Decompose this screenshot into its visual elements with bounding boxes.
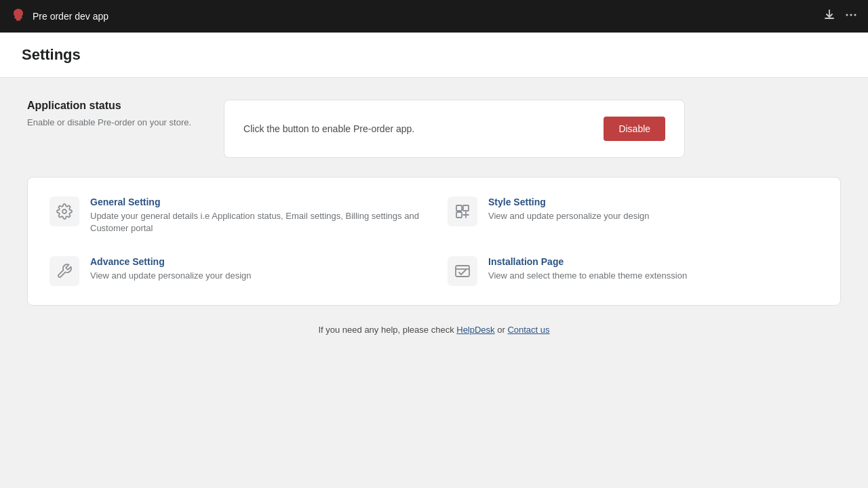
app-status-section: Application status Enable or disable Pre… [27, 100, 841, 158]
settings-grid: General Setting Update your general deta… [50, 197, 818, 286]
disable-button[interactable]: Disable [604, 117, 665, 141]
style-icon [448, 197, 477, 226]
svg-rect-7 [456, 212, 462, 218]
topbar-app-title: Pre order dev app [33, 11, 108, 22]
wrench-icon [50, 256, 79, 286]
footer-or: or [495, 325, 508, 335]
advance-setting-item[interactable]: Advance Setting View and update personal… [50, 256, 420, 286]
general-setting-text: General Setting Update your general deta… [90, 197, 420, 235]
app-logo-icon [11, 7, 26, 26]
installation-page-item[interactable]: Installation Page View and select theme … [448, 256, 818, 286]
footer-text: If you need any help, please check [318, 325, 456, 335]
general-setting-desc: Update your general details i.e Applicat… [90, 210, 420, 235]
svg-rect-5 [456, 205, 462, 211]
svg-point-3 [850, 14, 852, 16]
page-title: Settings [22, 46, 846, 64]
svg-rect-1 [16, 20, 20, 21]
general-setting-title: General Setting [90, 197, 420, 207]
advance-setting-text: Advance Setting View and update personal… [90, 256, 252, 282]
download-icon[interactable] [823, 9, 835, 24]
style-setting-item[interactable]: Style Setting View and update personaliz… [448, 197, 818, 235]
settings-grid-card: General Setting Update your general deta… [27, 177, 841, 306]
installation-page-text: Installation Page View and select theme … [488, 256, 687, 282]
page-body: Application status Enable or disable Pre… [0, 78, 868, 488]
page-header: Settings [0, 33, 868, 78]
app-status-label: Application status Enable or disable Pre… [27, 100, 191, 127]
app-status-card-text: Click the button to enable Pre-order app… [243, 123, 414, 134]
app-status-description: Enable or disable Pre-order on your stor… [27, 117, 191, 127]
svg-point-2 [846, 14, 848, 16]
helpdesk-link[interactable]: HelpDesk [456, 325, 494, 335]
more-options-icon[interactable] [845, 9, 857, 24]
page-footer: If you need any help, please check HelpD… [27, 325, 841, 335]
svg-rect-6 [463, 205, 469, 211]
svg-point-4 [854, 14, 856, 16]
app-status-card: Click the button to enable Pre-order app… [224, 100, 685, 158]
contact-link[interactable]: Contact us [507, 325, 549, 335]
topbar-right [823, 9, 857, 24]
installation-icon [448, 256, 477, 286]
style-setting-desc: View and update personalize your design [488, 210, 650, 222]
app-status-heading: Application status [27, 100, 191, 112]
general-setting-item[interactable]: General Setting Update your general deta… [50, 197, 420, 235]
topbar-left: Pre order dev app [11, 7, 108, 26]
advance-setting-title: Advance Setting [90, 256, 252, 267]
style-setting-title: Style Setting [488, 197, 650, 207]
installation-page-title: Installation Page [488, 256, 687, 267]
gear-icon [50, 197, 79, 226]
svg-rect-0 [16, 18, 21, 20]
advance-setting-desc: View and update personalize your design [90, 270, 252, 282]
svg-rect-8 [456, 266, 469, 277]
topbar: Pre order dev app [0, 0, 868, 33]
installation-page-desc: View and select theme to enable theme ex… [488, 270, 687, 282]
style-setting-text: Style Setting View and update personaliz… [488, 197, 650, 222]
